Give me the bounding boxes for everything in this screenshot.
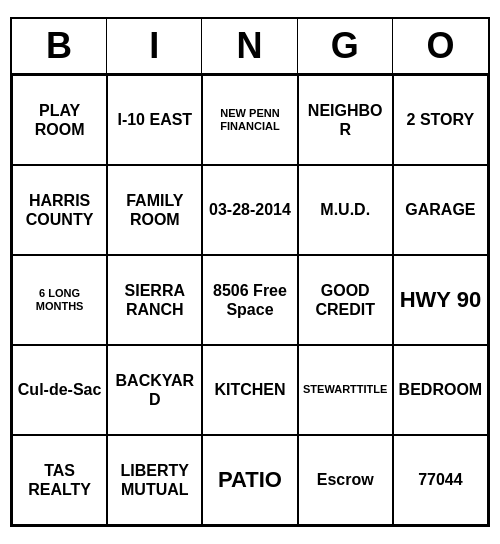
bingo-header: B I N G O: [12, 19, 488, 75]
bingo-cell-21: LIBERTY MUTUAL: [107, 435, 202, 525]
header-o: O: [393, 19, 488, 73]
bingo-cell-23: Escrow: [298, 435, 393, 525]
bingo-cell-15: Cul-de-Sac: [12, 345, 107, 435]
bingo-cell-19: BEDROOM: [393, 345, 488, 435]
bingo-cell-18: STEWARTTITLE: [298, 345, 393, 435]
bingo-cell-1: I-10 EAST: [107, 75, 202, 165]
header-g: G: [298, 19, 393, 73]
bingo-cell-7: 03-28-2014: [202, 165, 297, 255]
bingo-cell-20: TAS REALTY: [12, 435, 107, 525]
bingo-cell-13: GOOD CREDIT: [298, 255, 393, 345]
header-i: I: [107, 19, 202, 73]
bingo-cell-4: 2 STORY: [393, 75, 488, 165]
bingo-cell-5: HARRIS COUNTY: [12, 165, 107, 255]
bingo-cell-8: M.U.D.: [298, 165, 393, 255]
bingo-cell-17: KITCHEN: [202, 345, 297, 435]
bingo-cell-10: 6 LONG MONTHS: [12, 255, 107, 345]
header-b: B: [12, 19, 107, 73]
header-n: N: [202, 19, 297, 73]
bingo-cell-11: SIERRA RANCH: [107, 255, 202, 345]
bingo-cell-6: FAMILY ROOM: [107, 165, 202, 255]
bingo-cell-12: 8506 Free Space: [202, 255, 297, 345]
bingo-cell-2: NEW PENN FINANCIAL: [202, 75, 297, 165]
bingo-cell-9: GARAGE: [393, 165, 488, 255]
bingo-cell-14: HWY 90: [393, 255, 488, 345]
bingo-cell-3: NEIGHBOR: [298, 75, 393, 165]
bingo-cell-22: PATIO: [202, 435, 297, 525]
bingo-cell-24: 77044: [393, 435, 488, 525]
bingo-card: B I N G O PLAY ROOMI-10 EASTNEW PENN FIN…: [10, 17, 490, 527]
bingo-cell-16: BACKYARD: [107, 345, 202, 435]
bingo-cell-0: PLAY ROOM: [12, 75, 107, 165]
bingo-grid: PLAY ROOMI-10 EASTNEW PENN FINANCIALNEIG…: [12, 75, 488, 525]
